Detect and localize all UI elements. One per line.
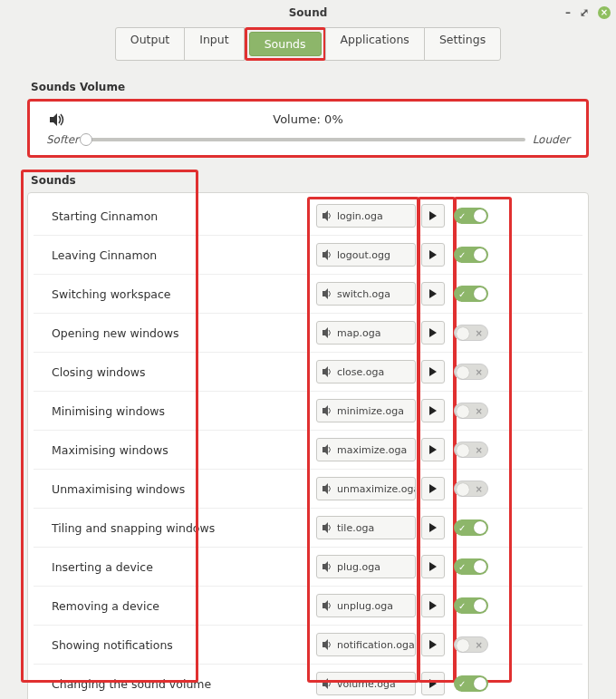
audio-file-icon: [322, 288, 333, 299]
toggle-knob: [474, 248, 486, 261]
sound-file-button[interactable]: plug.oga: [316, 555, 416, 578]
svg-marker-9: [322, 366, 328, 377]
toggle-knob: [474, 287, 486, 300]
sound-enabled-toggle[interactable]: ✓: [454, 519, 488, 536]
sound-enabled-toggle[interactable]: ✓: [454, 675, 488, 692]
play-button[interactable]: [421, 555, 445, 578]
play-icon: [428, 679, 438, 688]
svg-marker-24: [429, 640, 437, 649]
play-button[interactable]: [421, 399, 445, 422]
sound-enabled-toggle[interactable]: ×: [454, 403, 488, 419]
sound-enabled-toggle[interactable]: ×: [454, 325, 488, 341]
play-icon: [428, 211, 438, 220]
sound-enabled-toggle[interactable]: ✓: [454, 286, 488, 302]
annotation-tab-highlight: Sounds: [245, 27, 326, 61]
svg-marker-11: [322, 405, 328, 416]
sound-file-button[interactable]: map.oga: [316, 321, 416, 345]
minimize-button[interactable]: –: [565, 0, 571, 25]
svg-marker-1: [322, 210, 328, 221]
play-button[interactable]: [421, 360, 445, 383]
play-button[interactable]: [421, 243, 445, 267]
sound-file-button[interactable]: maximize.oga: [316, 438, 416, 461]
svg-marker-3: [322, 249, 328, 260]
sound-row: Maximising windowsmaximize.oga×: [34, 430, 582, 465]
play-button[interactable]: [421, 594, 445, 617]
sound-file-name: login.oga: [337, 210, 383, 222]
svg-marker-5: [322, 288, 328, 299]
maximize-button[interactable]: ⤢: [580, 0, 589, 25]
svg-marker-21: [322, 600, 328, 611]
toggle-knob: [457, 639, 469, 652]
sound-file-name: maximize.oga: [337, 444, 407, 456]
tab-settings[interactable]: Settings: [424, 27, 501, 61]
svg-marker-19: [322, 561, 328, 572]
play-button[interactable]: [421, 204, 445, 228]
sound-file-button[interactable]: switch.oga: [316, 282, 416, 306]
sounds-section-label: Sounds: [31, 174, 589, 187]
cross-icon: ×: [476, 367, 483, 377]
audio-file-icon: [322, 600, 333, 611]
svg-marker-17: [322, 522, 328, 533]
sound-enabled-toggle[interactable]: ✓: [454, 247, 488, 263]
svg-marker-0: [50, 113, 57, 126]
sound-file-name: minimize.oga: [337, 405, 404, 417]
sound-row-label: Minimising windows: [39, 404, 311, 418]
sound-row-label: Unmaximising windows: [39, 482, 311, 496]
toggle-knob: [474, 209, 486, 222]
tab-input[interactable]: Input: [184, 27, 244, 61]
sound-row: Removing a deviceunplug.oga✓: [34, 586, 582, 621]
sound-file-name: plug.oga: [337, 561, 380, 573]
play-button[interactable]: [421, 438, 445, 461]
sound-file-button[interactable]: unplug.oga: [316, 594, 416, 617]
svg-marker-8: [429, 328, 437, 337]
volume-slider-thumb[interactable]: [80, 133, 92, 146]
sound-enabled-toggle[interactable]: ✓: [454, 558, 488, 575]
tab-output[interactable]: Output: [115, 27, 185, 61]
sound-file-button[interactable]: volume.oga: [316, 672, 416, 695]
play-button[interactable]: [421, 477, 445, 500]
svg-marker-6: [429, 289, 437, 298]
play-button[interactable]: [421, 672, 445, 695]
play-icon: [428, 601, 438, 610]
sound-file-button[interactable]: close.oga: [316, 360, 416, 383]
sound-file-button[interactable]: logout.ogg: [316, 243, 416, 267]
sound-file-button[interactable]: minimize.oga: [316, 399, 416, 422]
tab-applications[interactable]: Applications: [325, 27, 425, 61]
volume-panel: Volume: 0% Softer Louder: [27, 99, 589, 158]
tab-bar: Output Input Sounds Applications Setting…: [0, 27, 616, 61]
sound-file-button[interactable]: login.oga: [316, 204, 416, 228]
play-button[interactable]: [421, 633, 445, 656]
sound-enabled-toggle[interactable]: ×: [454, 364, 488, 380]
sound-row: Switching workspaceswitch.oga✓: [34, 274, 582, 309]
cross-icon: ×: [476, 328, 483, 338]
sound-file-button[interactable]: notification.oga: [316, 633, 416, 656]
volume-louder-label: Louder: [533, 133, 570, 146]
volume-slider[interactable]: [86, 138, 525, 141]
sound-enabled-toggle[interactable]: ×: [454, 481, 488, 497]
sound-row-label: Showing notifications: [39, 638, 311, 652]
sound-row: Changing the sound volumevolume.oga✓: [34, 664, 582, 699]
svg-marker-14: [429, 445, 437, 454]
svg-marker-10: [429, 367, 437, 376]
play-button[interactable]: [421, 321, 445, 345]
audio-file-icon: [322, 249, 333, 260]
close-button[interactable]: ×: [598, 6, 611, 19]
svg-marker-12: [429, 406, 437, 415]
play-button[interactable]: [421, 516, 445, 539]
sound-enabled-toggle[interactable]: ×: [454, 636, 488, 653]
sound-file-button[interactable]: unmaximize.oga: [316, 477, 416, 500]
sound-file-button[interactable]: tile.oga: [316, 516, 416, 539]
check-icon: ✓: [458, 211, 466, 221]
svg-marker-4: [429, 250, 437, 259]
sound-enabled-toggle[interactable]: ×: [454, 442, 488, 458]
sound-enabled-toggle[interactable]: ✓: [454, 597, 488, 614]
play-button[interactable]: [421, 282, 445, 306]
check-icon: ✓: [458, 562, 466, 572]
play-icon: [428, 484, 438, 493]
toggle-knob: [457, 405, 469, 418]
sound-enabled-toggle[interactable]: ✓: [454, 208, 488, 224]
toggle-knob: [474, 599, 486, 612]
tab-sounds[interactable]: Sounds: [249, 32, 322, 56]
volume-title: Volume: 0%: [273, 112, 343, 126]
sound-row-label: Removing a device: [39, 599, 311, 613]
